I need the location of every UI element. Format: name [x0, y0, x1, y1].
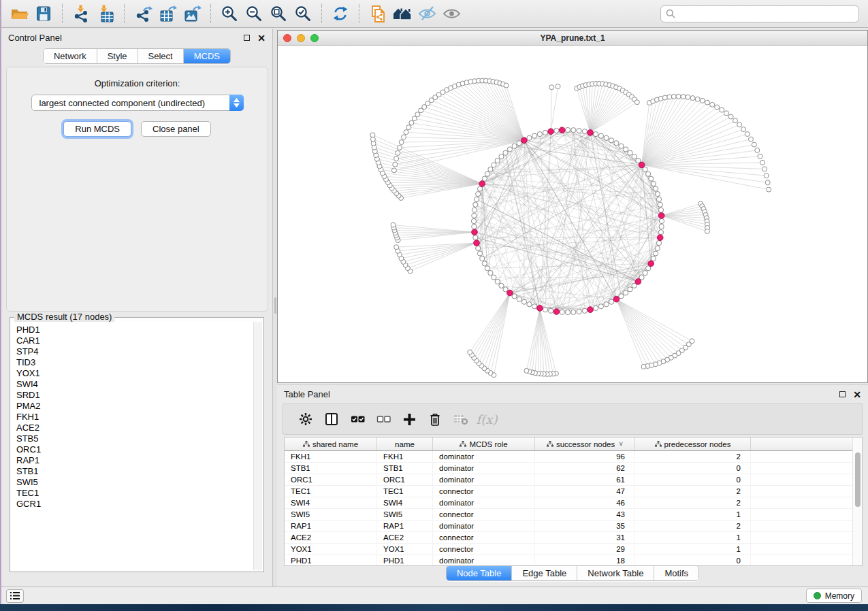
vertical-splitter-handle[interactable] [274, 297, 276, 314]
cell-name[interactable]: STB1 [377, 463, 433, 474]
show-all-button[interactable] [439, 2, 464, 25]
criterion-dropdown[interactable]: largest connected component (undirected) [31, 95, 244, 111]
zoom-fit-button[interactable] [266, 2, 291, 25]
cell-successor-nodes[interactable]: 31 [535, 532, 635, 543]
column-header-predecessor-nodes[interactable]: predecessor nodes [635, 437, 751, 450]
delete-table-button[interactable] [448, 408, 474, 431]
mcds-result-item[interactable]: STP4 [16, 346, 248, 357]
mcds-list-scrollbar[interactable] [253, 322, 262, 570]
run-mcds-button[interactable]: Run MCDS [63, 121, 131, 137]
table-row[interactable]: SWI4SWI4dominator462 [285, 497, 852, 509]
mcds-result-item[interactable]: ACE2 [16, 423, 248, 433]
cell-name[interactable]: FKH1 [377, 451, 433, 462]
table-row[interactable]: TEC1TEC1connector472 [285, 486, 852, 497]
tab-node-table[interactable]: Node Table [447, 566, 512, 580]
table-row[interactable]: RAP1RAP1dominator352 [285, 521, 852, 532]
export-table-button[interactable] [155, 2, 180, 25]
export-network-button[interactable] [131, 2, 155, 25]
table-row[interactable]: ACE2ACE2connector311 [285, 532, 852, 544]
cell-predecessor-nodes[interactable]: 2 [635, 521, 751, 531]
cell-MCDS-role[interactable]: dominator [433, 463, 535, 474]
zoom-selected-button[interactable] [291, 2, 315, 25]
table-scrollbar-thumb[interactable] [855, 452, 861, 507]
cell-successor-nodes[interactable]: 62 [535, 463, 635, 474]
cell-predecessor-nodes[interactable]: 0 [635, 474, 751, 485]
select-all-button[interactable] [344, 408, 370, 431]
cell-predecessor-nodes[interactable]: 1 [635, 544, 751, 555]
tab-select[interactable]: Select [138, 49, 183, 63]
column-header-shared-name[interactable]: shared name [285, 437, 377, 450]
cell-predecessor-nodes[interactable]: 0 [635, 555, 751, 565]
cell-shared-name[interactable]: FKH1 [285, 451, 377, 462]
column-header-MCDS-role[interactable]: MCDS role [433, 437, 535, 450]
cell-predecessor-nodes[interactable]: 0 [635, 463, 751, 474]
memory-button[interactable]: Memory [806, 589, 862, 603]
zoom-in-button[interactable] [217, 2, 242, 25]
function-builder-button[interactable]: f(x) [474, 408, 500, 431]
search-input[interactable] [679, 9, 854, 18]
cell-MCDS-role[interactable]: connector [433, 509, 535, 520]
close-panel-icon[interactable]: ✕ [853, 391, 861, 398]
cell-shared-name[interactable]: STB1 [285, 463, 377, 474]
cell-successor-nodes[interactable]: 29 [535, 544, 635, 555]
cell-successor-nodes[interactable]: 35 [535, 521, 635, 531]
table-row[interactable]: FKH1FKH1dominator962 [285, 451, 852, 463]
table-row[interactable]: STB1STB1dominator620 [285, 463, 852, 474]
cell-name[interactable]: RAP1 [377, 521, 433, 531]
cell-predecessor-nodes[interactable]: 1 [635, 532, 751, 543]
mcds-result-item[interactable]: TEC1 [16, 488, 248, 499]
cell-name[interactable]: PHD1 [377, 555, 433, 565]
cell-predecessor-nodes[interactable]: 2 [635, 451, 751, 462]
cell-MCDS-role[interactable]: dominator [433, 555, 535, 565]
refresh-button[interactable] [328, 2, 353, 25]
cell-MCDS-role[interactable]: connector [433, 544, 535, 555]
cell-predecessor-nodes[interactable]: 1 [635, 509, 751, 520]
cell-MCDS-role[interactable]: dominator [433, 521, 535, 531]
minimize-window-light[interactable] [297, 34, 305, 42]
cell-shared-name[interactable]: YOX1 [285, 544, 377, 555]
export-image-button[interactable] [180, 2, 204, 25]
close-panel-icon[interactable]: ✕ [257, 35, 266, 42]
open-file-button[interactable] [7, 2, 31, 25]
cell-shared-name[interactable]: TEC1 [285, 486, 377, 497]
cell-shared-name[interactable]: RAP1 [285, 521, 377, 531]
table-row[interactable]: SWI5SWI5connector431 [285, 509, 852, 521]
float-panel-icon[interactable] [839, 391, 846, 397]
cell-shared-name[interactable]: ACE2 [285, 532, 377, 543]
add-column-button[interactable] [396, 408, 422, 431]
mcds-result-item[interactable]: FKH1 [16, 412, 248, 423]
show-column-button[interactable] [319, 408, 344, 431]
table-row[interactable]: YOX1YOX1connector291 [285, 544, 852, 555]
deselect-all-button[interactable] [370, 408, 396, 431]
first-neighbors-button[interactable] [390, 2, 415, 25]
task-history-button[interactable] [6, 589, 24, 603]
tab-motifs[interactable]: Motifs [654, 566, 698, 580]
maximize-window-light[interactable] [310, 34, 319, 42]
cell-name[interactable]: SWI5 [377, 509, 433, 520]
tab-network-table[interactable]: Network Table [577, 566, 654, 580]
cell-predecessor-nodes[interactable]: 2 [635, 497, 751, 508]
cell-shared-name[interactable]: PHD1 [285, 555, 377, 565]
table-row[interactable]: PHD1PHD1dominator180 [285, 555, 852, 565]
column-header-successor-nodes[interactable]: successor nodes˅ [535, 437, 635, 450]
table-row[interactable]: ORC1ORC1dominator610 [285, 474, 852, 486]
float-panel-icon[interactable] [244, 35, 250, 41]
tab-mcds[interactable]: MCDS [183, 49, 230, 63]
cell-MCDS-role[interactable]: connector [433, 486, 535, 497]
cell-predecessor-nodes[interactable]: 2 [635, 486, 751, 497]
mcds-result-item[interactable]: RAP1 [16, 455, 248, 466]
cell-name[interactable]: TEC1 [377, 486, 433, 497]
mcds-result-item[interactable]: SWI5 [16, 477, 248, 488]
mcds-result-item[interactable]: STB1 [16, 466, 248, 477]
cell-MCDS-role[interactable]: dominator [433, 497, 535, 508]
mcds-result-item[interactable]: TID3 [16, 357, 248, 368]
cell-successor-nodes[interactable]: 43 [535, 509, 635, 520]
network-view-titlebar[interactable]: YPA_prune.txt_1 [278, 31, 867, 46]
cell-successor-nodes[interactable]: 18 [535, 555, 635, 565]
table-scrollbar[interactable] [852, 437, 862, 565]
clone-network-button[interactable] [366, 2, 390, 25]
tab-style[interactable]: Style [97, 49, 138, 63]
delete-column-button[interactable] [422, 408, 448, 431]
mcds-result-item[interactable]: PHD1 [16, 325, 248, 335]
cell-name[interactable]: SWI4 [377, 497, 433, 508]
